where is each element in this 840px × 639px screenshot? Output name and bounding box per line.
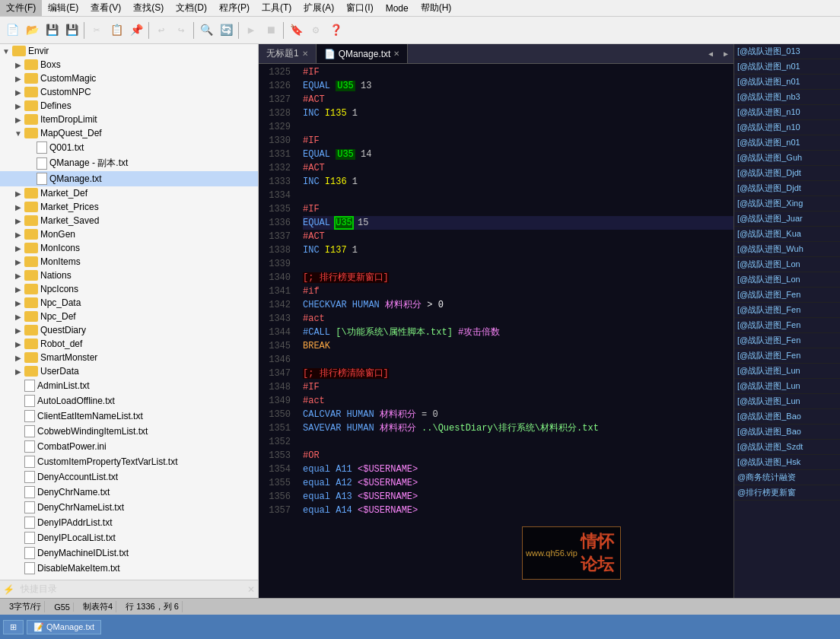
right-panel-item[interactable]: [@战队进图_Fen	[734, 333, 840, 348]
code-line[interactable]: INC I137 1	[303, 243, 733, 257]
code-line[interactable]: equal A11 <$USERNAME>	[303, 463, 733, 476]
tab-qmanage-close[interactable]: ✕	[393, 49, 399, 58]
quicknav-close[interactable]: ✕	[247, 584, 255, 595]
code-line[interactable]: INC I136 1	[303, 175, 733, 189]
right-panel-item[interactable]: [@战队进图_nb3	[734, 90, 840, 105]
code-line[interactable]	[303, 120, 733, 134]
menu-doc[interactable]: 文档(D)	[170, 0, 213, 16]
menu-program[interactable]: 程序(P)	[213, 0, 256, 16]
right-panel-item[interactable]: [@战队进图_Bao	[734, 424, 840, 440]
right-panel-item[interactable]: [@战队进图_Djdt	[734, 181, 840, 196]
tree-item[interactable]: DenyIPAddrList.txt	[0, 515, 258, 530]
toolbar-open[interactable]: 📂	[23, 21, 41, 40]
right-panel-item[interactable]: [@战队进图_Lon	[734, 272, 840, 288]
right-panel-item[interactable]: [@战队进图_Djdt	[734, 166, 840, 181]
tree-item[interactable]: QManage - 副本.txt	[0, 155, 258, 171]
code-line[interactable]: #ACT	[303, 161, 733, 175]
code-line[interactable]: equal A12 <$USERNAME>	[303, 476, 733, 490]
right-panel-item[interactable]: [@战队进图_Lun	[734, 394, 840, 409]
tab-nav-left[interactable]: ◀	[703, 44, 718, 64]
menu-mode[interactable]: Mode	[380, 0, 415, 16]
tree-item[interactable]: DisableMakeItem.txt	[0, 561, 258, 576]
right-panel-item[interactable]: [@战队进图_Szdt	[734, 440, 840, 455]
toolbar-cut[interactable]: ✂	[88, 21, 106, 40]
tree-item[interactable]: AdminList.txt	[0, 378, 258, 393]
tree-item[interactable]: ▶CustomMagic	[0, 72, 258, 85]
right-panel-item[interactable]: [@战队进图_n01	[734, 75, 840, 90]
tree-item[interactable]: ▶ItemDropLimit	[0, 113, 258, 126]
menu-edit[interactable]: 编辑(E)	[42, 0, 84, 16]
right-panel-item[interactable]: [@战队进图_Bao	[734, 409, 840, 424]
taskbar-editor[interactable]: 📝 QManage.txt	[27, 620, 101, 634]
tree-item[interactable]: DenyChrNameList.txt	[0, 500, 258, 515]
menu-view[interactable]: 查看(V)	[84, 0, 127, 16]
code-line[interactable]: #OR	[303, 449, 733, 463]
code-line[interactable]	[303, 353, 733, 367]
tree-item[interactable]: ▶Defines	[0, 99, 258, 113]
code-line[interactable]: SAVEVAR HUMAN 材料积分 ..\QuestDiary\排行系统\材料…	[303, 421, 733, 435]
code-line[interactable]: #IF	[303, 202, 733, 216]
tab-untitled-close[interactable]: ✕	[302, 49, 308, 58]
tree-item[interactable]: ▶Nations	[0, 269, 258, 282]
code-line[interactable]: EQUAL U35 14	[303, 148, 733, 161]
code-line[interactable]: CHECKVAR HUMAN 材料积分 > 0	[303, 298, 733, 312]
right-panel-item[interactable]: [@战队进图_Wuh	[734, 242, 840, 257]
right-panel-item[interactable]: [@战队进图_Juar	[734, 211, 840, 227]
tab-untitled[interactable]: 无标题1 ✕	[259, 44, 317, 63]
tab-qmanage[interactable]: 📄 QManage.txt ✕	[317, 44, 409, 63]
tree-item[interactable]: ▶MonGen	[0, 227, 258, 241]
tree-item[interactable]: ▼Envir	[0, 44, 258, 58]
code-line[interactable]: equal A14 <$USERNAME>	[303, 504, 733, 517]
tree-item[interactable]: ▶NpcIcons	[0, 282, 258, 296]
toolbar-find[interactable]: 🔍	[197, 21, 215, 40]
tree-item[interactable]: ▶MonIcons	[0, 241, 258, 255]
toolbar-replace[interactable]: 🔄	[217, 21, 235, 40]
right-panel-item[interactable]: [@战队进图_n10	[734, 105, 840, 120]
right-panel-item[interactable]: [@战队进图_n10	[734, 120, 840, 135]
tree-item[interactable]: ▶Market_Def	[0, 186, 258, 200]
code-line[interactable]	[303, 189, 733, 202]
right-panel-item[interactable]: @排行榜更新窗	[734, 485, 840, 501]
code-line[interactable]: INC I135 1	[303, 106, 733, 120]
right-panel-item[interactable]: [@战队进图_Fen	[734, 348, 840, 364]
tree-item[interactable]: CombatPower.ini	[0, 439, 258, 454]
tab-nav-right[interactable]: ▶	[718, 44, 733, 64]
tree-item[interactable]: CustomItemPropertyTextVarList.txt	[0, 454, 258, 469]
tree-item[interactable]: ▶Boxs	[0, 58, 258, 72]
tree-item[interactable]: ▶Npc_Def	[0, 310, 258, 323]
code-line[interactable]: #CALL [\功能系统\属性脚本.txt] #攻击倍数	[303, 326, 733, 339]
right-panel-item[interactable]: [@战队进图_013	[734, 44, 840, 59]
code-line[interactable]: #if	[303, 285, 733, 298]
right-panel-item[interactable]: [@战队进图_Guh	[734, 151, 840, 166]
tree-item[interactable]: ▶Market_Prices	[0, 200, 258, 214]
right-panel-item[interactable]: [@战队进图_Lun	[734, 379, 840, 394]
tree-item[interactable]: ▶CustomNPC	[0, 85, 258, 99]
toolbar-settings[interactable]: ⚙	[307, 21, 325, 40]
code-content[interactable]: #IFEQUAL U35 13#ACTINC I135 1 #IFEQUAL U…	[297, 64, 733, 598]
tree-item[interactable]: ▶QuestDiary	[0, 323, 258, 337]
toolbar-paste[interactable]: 📌	[127, 21, 145, 40]
menu-tools[interactable]: 工具(T)	[256, 0, 298, 16]
code-line[interactable]: equal A13 <$USERNAME>	[303, 490, 733, 504]
menu-find[interactable]: 查找(S)	[127, 0, 170, 16]
code-line[interactable]	[303, 257, 733, 271]
code-line[interactable]: #act	[303, 394, 733, 408]
tree-item[interactable]: ClientEatItemNameList.txt	[0, 409, 258, 424]
toolbar-save2[interactable]: 💾	[62, 21, 81, 40]
right-panel-item[interactable]: [@战队进图_Fen	[734, 303, 840, 318]
toolbar-save[interactable]: 💾	[43, 21, 61, 40]
code-line[interactable]	[303, 435, 733, 449]
code-line[interactable]: #IF	[303, 65, 733, 79]
tree-item[interactable]: DenyMachineIDList.txt	[0, 545, 258, 561]
code-editor[interactable]: 1325132613271328132913301331133213331334…	[259, 64, 733, 598]
menu-extend[interactable]: 扩展(A)	[298, 0, 340, 16]
taskbar-start[interactable]: ⊞	[3, 620, 24, 634]
right-panel-item[interactable]: [@战队进图_Lun	[734, 364, 840, 379]
toolbar-new[interactable]: 📄	[3, 21, 21, 40]
code-line[interactable]: #act	[303, 312, 733, 326]
code-line[interactable]: [; 排行榜更新窗口]	[303, 271, 733, 285]
right-panel-item[interactable]: [@战队进图_Lon	[734, 257, 840, 272]
right-panel-item[interactable]: [@战队进图_Fen	[734, 288, 840, 303]
right-panel-item[interactable]: @商务统计融资	[734, 470, 840, 485]
tree-item[interactable]: ▶Npc_Data	[0, 296, 258, 310]
